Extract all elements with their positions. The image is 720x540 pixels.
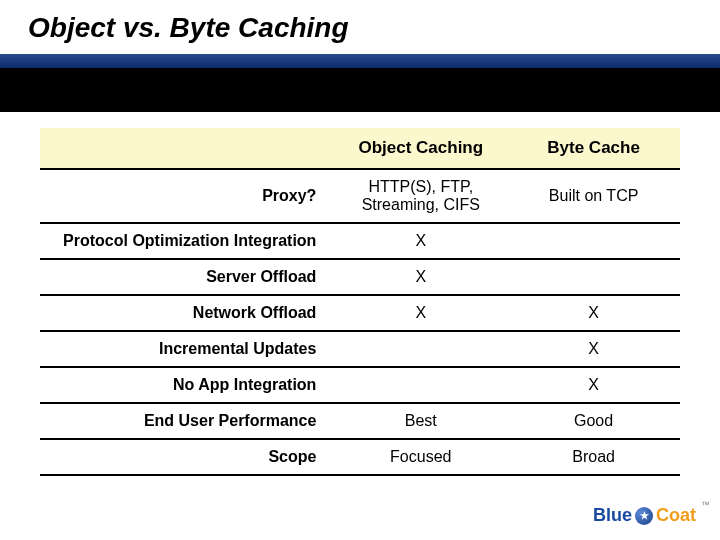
logo-text-blue: Blue <box>593 505 632 526</box>
cell <box>507 259 680 295</box>
table-row: Incremental Updates X <box>40 331 680 367</box>
logo-text-coat: Coat <box>656 505 696 526</box>
cell: X <box>334 295 507 331</box>
row-label: No App Integration <box>40 367 334 403</box>
table-row: Proxy? HTTP(S), FTP, Streaming, CIFS Bui… <box>40 169 680 223</box>
title-underline-bar <box>0 54 720 68</box>
table-row: Server Offload X <box>40 259 680 295</box>
cell: Focused <box>334 439 507 475</box>
cell: HTTP(S), FTP, Streaming, CIFS <box>334 169 507 223</box>
cell: X <box>507 295 680 331</box>
table-row: Network Offload X X <box>40 295 680 331</box>
cell: Broad <box>507 439 680 475</box>
cell: Built on TCP <box>507 169 680 223</box>
cell <box>334 331 507 367</box>
cell: Best <box>334 403 507 439</box>
row-label: Scope <box>40 439 334 475</box>
slide-title: Object vs. Byte Caching <box>28 12 692 44</box>
table-row: End User Performance Best Good <box>40 403 680 439</box>
table-row: Scope Focused Broad <box>40 439 680 475</box>
header-col1: Object Caching <box>334 128 507 169</box>
cell: X <box>334 223 507 259</box>
table-row: Protocol Optimization Integration X <box>40 223 680 259</box>
comparison-table: Object Caching Byte Cache Proxy? HTTP(S)… <box>40 128 680 476</box>
row-label: Protocol Optimization Integration <box>40 223 334 259</box>
trademark-icon: ™ <box>701 500 710 510</box>
cell: X <box>507 331 680 367</box>
star-badge-icon <box>635 507 653 525</box>
row-label: Incremental Updates <box>40 331 334 367</box>
title-area: Object vs. Byte Caching <box>0 0 720 50</box>
header-blank <box>40 128 334 169</box>
row-label: End User Performance <box>40 403 334 439</box>
cell: X <box>507 367 680 403</box>
slide: Object vs. Byte Caching Object Caching B… <box>0 0 720 540</box>
cell: Good <box>507 403 680 439</box>
row-label: Network Offload <box>40 295 334 331</box>
cell <box>334 367 507 403</box>
brand-logo: Blue Coat <box>593 505 696 526</box>
row-label: Proxy? <box>40 169 334 223</box>
cell: X <box>334 259 507 295</box>
cell <box>507 223 680 259</box>
content-area: Object Caching Byte Cache Proxy? HTTP(S)… <box>0 112 720 476</box>
table-row: No App Integration X <box>40 367 680 403</box>
row-label: Server Offload <box>40 259 334 295</box>
table-header-row: Object Caching Byte Cache <box>40 128 680 169</box>
svg-marker-0 <box>639 511 648 520</box>
header-col2: Byte Cache <box>507 128 680 169</box>
black-band <box>0 68 720 112</box>
